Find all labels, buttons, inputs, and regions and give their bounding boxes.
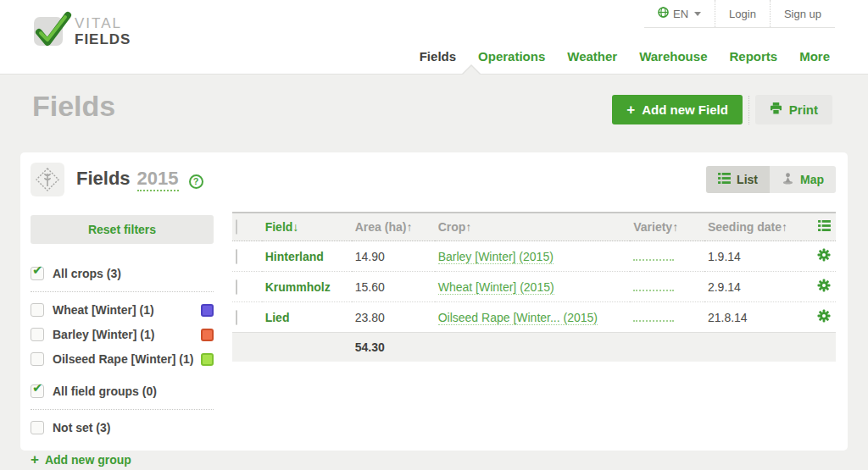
fields-card: Fields 2015 ? List xyxy=(20,152,848,451)
add-new-field-button[interactable]: + Add new Field xyxy=(612,95,743,124)
utility-bar: EN Login Sign up xyxy=(644,0,835,28)
logo-checkmark-icon xyxy=(29,10,73,54)
field-header-label: Field xyxy=(265,220,293,234)
map-view-button[interactable]: Map xyxy=(770,166,836,193)
sort-desc-icon: ↓ xyxy=(292,220,298,234)
divider xyxy=(31,409,214,410)
barley-label: Barley [Winter] (1) xyxy=(53,328,154,341)
nav-item-reports[interactable]: Reports xyxy=(729,49,777,64)
oilseed-color-swatch xyxy=(201,353,214,366)
add-new-group-link[interactable]: + Add new group xyxy=(31,451,214,468)
fields-table-container: Field↓ Area (ha)↑ Crop↑ Variety↑ xyxy=(232,212,836,468)
column-header-seeding-date[interactable]: Seeding date↑ xyxy=(704,213,801,241)
row-settings-gear-icon[interactable] xyxy=(817,281,831,295)
field-name-link[interactable]: Hinterland xyxy=(262,241,352,272)
column-header-field[interactable]: Field↓ xyxy=(262,213,352,241)
brand-logo[interactable]: VITAL FIELDS xyxy=(29,10,131,54)
nav-item-warehouse[interactable]: Warehouse xyxy=(639,49,707,64)
sort-asc-icon: ↑ xyxy=(406,220,412,234)
column-settings-button[interactable] xyxy=(801,213,836,241)
seeding-header-label: Seeding date xyxy=(708,220,782,234)
filter-not-set[interactable]: Not set (3) xyxy=(31,421,214,434)
crop-link[interactable]: Wheat [Winter] (2015) xyxy=(438,280,554,295)
checkmark-icon: ✔ xyxy=(32,380,43,395)
card-header: Fields 2015 ? List xyxy=(20,152,848,205)
table-header-row: Field↓ Area (ha)↑ Crop↑ Variety↑ xyxy=(232,213,836,241)
filter-crop-oilseed[interactable]: Oilseed Rape [Winter] (1) xyxy=(31,352,214,366)
row-checkbox[interactable] xyxy=(236,310,237,325)
filter-crop-barley[interactable]: Barley [Winter] (1) xyxy=(31,328,214,341)
column-header-area[interactable]: Area (ha)↑ xyxy=(352,213,435,241)
crop-link[interactable]: Barley [Winter] (2015) xyxy=(438,250,554,264)
nav-item-fields[interactable]: Fields xyxy=(420,49,456,64)
variety-editable-placeholder[interactable] xyxy=(633,252,674,261)
column-header-crop[interactable]: Crop↑ xyxy=(435,213,631,241)
logo-text: VITAL FIELDS xyxy=(75,16,131,47)
page-title: Fields xyxy=(32,90,115,123)
chevron-down-icon xyxy=(694,12,701,16)
sort-asc-icon: ↑ xyxy=(465,220,471,234)
signup-link[interactable]: Sign up xyxy=(770,0,835,27)
card-title-group: Fields 2015 ? xyxy=(76,168,203,191)
logo-line2: FIELDS xyxy=(75,32,131,48)
not-set-checkbox[interactable] xyxy=(31,421,44,434)
oilseed-checkbox[interactable] xyxy=(31,352,44,366)
help-icon[interactable]: ? xyxy=(189,174,203,189)
reset-filters-button[interactable]: Reset filters xyxy=(31,215,214,244)
row-checkbox[interactable] xyxy=(236,279,237,295)
nav-item-more[interactable]: More xyxy=(799,49,830,64)
print-label: Print xyxy=(789,102,818,117)
divider xyxy=(31,291,214,292)
all-field-groups-label: All field groups (0) xyxy=(53,384,157,398)
language-selector[interactable]: EN xyxy=(644,0,715,27)
field-name-link[interactable]: Lied xyxy=(262,302,352,333)
filter-all-field-groups[interactable]: ✔ All field groups (0) xyxy=(31,384,214,398)
list-view-button[interactable]: List xyxy=(706,166,770,193)
nav-item-operations[interactable]: Operations xyxy=(478,49,545,64)
crop-header-label: Crop xyxy=(438,220,466,234)
variety-editable-placeholder[interactable] xyxy=(633,313,674,322)
nav-item-weather[interactable]: Weather xyxy=(567,49,617,64)
print-button[interactable]: Print xyxy=(755,95,832,124)
variety-editable-placeholder[interactable] xyxy=(633,283,674,291)
login-link[interactable]: Login xyxy=(715,0,770,27)
area-value: 23.80 xyxy=(352,302,435,333)
column-header-variety[interactable]: Variety↑ xyxy=(630,213,704,241)
checkmark-icon: ✔ xyxy=(32,263,43,278)
map-view-label: Map xyxy=(800,173,824,186)
row-checkbox[interactable] xyxy=(236,249,237,264)
barley-checkbox[interactable] xyxy=(31,328,44,341)
barley-color-swatch xyxy=(201,329,214,341)
field-name-link[interactable]: Krummholz xyxy=(262,272,352,302)
plus-icon: + xyxy=(626,102,635,117)
active-nav-pointer xyxy=(463,66,480,75)
seeding-date-value: 1.9.14 xyxy=(704,241,801,272)
wheat-checkbox[interactable] xyxy=(31,303,44,317)
all-field-groups-checkbox[interactable]: ✔ xyxy=(31,384,44,398)
table-total-row: 54.30 xyxy=(232,333,836,362)
seeding-date-value: 21.8.14 xyxy=(704,302,801,333)
top-header: VITAL FIELDS EN Login Sign up Field xyxy=(0,0,868,75)
field-diamond-icon xyxy=(31,163,64,196)
select-all-checkbox[interactable] xyxy=(236,219,237,235)
year-selector[interactable]: 2015 xyxy=(137,168,179,191)
oilseed-label: Oilseed Rape [Winter] (1) xyxy=(53,352,193,366)
fields-table: Field↓ Area (ha)↑ Crop↑ Variety↑ xyxy=(232,212,836,362)
add-new-group-label: Add new group xyxy=(45,453,131,467)
plus-icon: + xyxy=(31,451,39,468)
filter-all-crops[interactable]: ✔ All crops (3) xyxy=(31,267,214,280)
total-area-value: 54.30 xyxy=(352,333,435,362)
row-settings-gear-icon[interactable] xyxy=(817,312,831,325)
list-icon xyxy=(718,173,731,186)
row-settings-gear-icon[interactable] xyxy=(817,251,831,264)
seeding-date-value: 2.9.14 xyxy=(704,272,801,302)
area-header-label: Area (ha) xyxy=(355,220,407,234)
sort-asc-icon: ↑ xyxy=(782,220,787,234)
all-crops-checkbox[interactable]: ✔ xyxy=(31,267,44,280)
crop-link[interactable]: Oilseed Rape [Winter... (2015) xyxy=(438,311,598,325)
filter-crop-wheat[interactable]: Wheat [Winter] (1) xyxy=(31,303,214,317)
all-crops-label: All crops (3) xyxy=(53,267,121,280)
logo-line1: VITAL xyxy=(75,16,131,32)
variety-header-label: Variety xyxy=(633,220,672,234)
language-label: EN xyxy=(673,8,688,20)
